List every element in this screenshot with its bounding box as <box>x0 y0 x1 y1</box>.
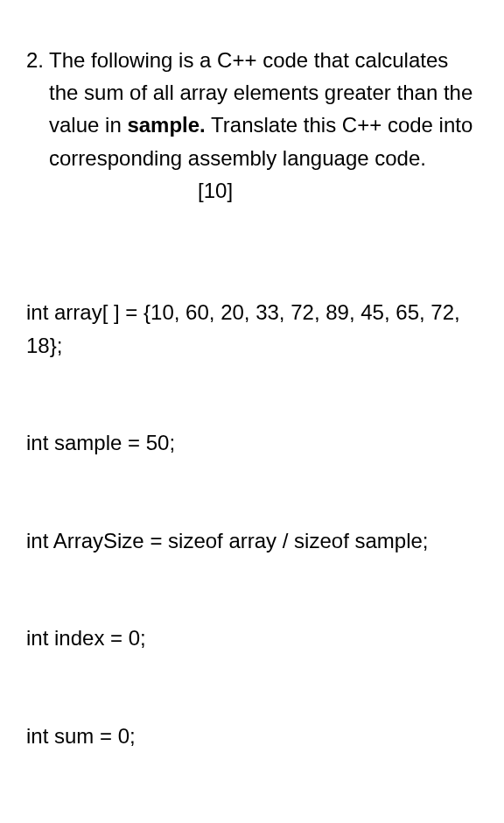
code-line-2: int sample = 50; <box>26 426 478 459</box>
question-block: 2. The following is a C++ code that calc… <box>26 44 478 207</box>
question-marks: [10] <box>198 174 233 207</box>
code-line-3: int ArraySize = sizeof array / sizeof sa… <box>26 524 478 557</box>
code-line-5: int sum = 0; <box>26 720 478 752</box>
code-line-4: int index = 0; <box>26 622 478 654</box>
question-bold: sample. <box>127 113 205 137</box>
question-line: 2. The following is a C++ code that calc… <box>26 44 478 207</box>
code-block: int array[ ] = {10, 60, 20, 33, 72, 89, … <box>26 231 478 823</box>
question-number: 2. <box>26 44 49 207</box>
code-line-1: int array[ ] = {10, 60, 20, 33, 72, 89, … <box>26 296 478 361</box>
question-text: The following is a C++ code that calcula… <box>49 44 478 207</box>
code-line-6: while( index < ArraySize ) <box>26 817 478 823</box>
